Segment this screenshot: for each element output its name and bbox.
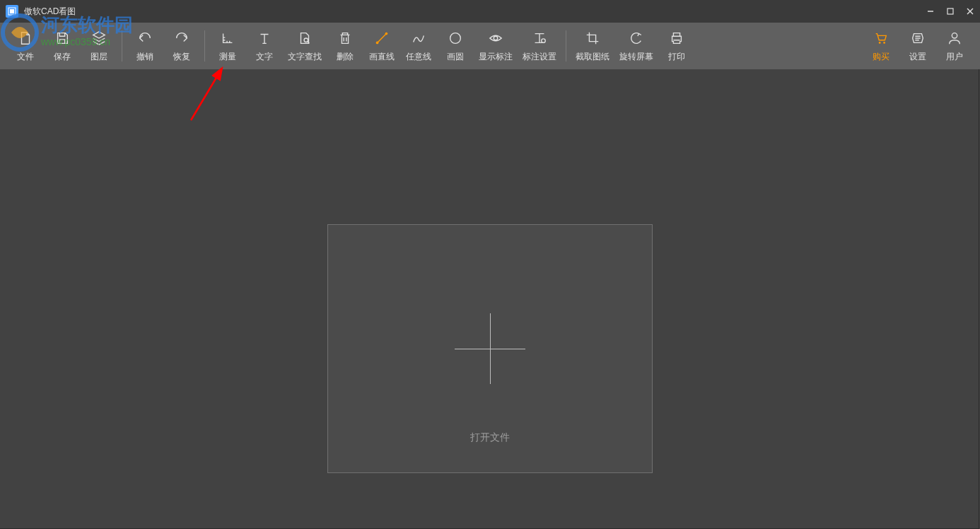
cart-icon [873, 30, 889, 47]
any-line-button[interactable]: 任意线 [400, 25, 437, 67]
delete-icon [337, 30, 354, 47]
window-controls [921, 0, 980, 23]
user-icon [946, 30, 963, 47]
rotate-screen-button[interactable]: 旋转屏幕 [614, 25, 658, 67]
crop-drawing-button[interactable]: 截取图纸 [571, 25, 614, 67]
titlebar: 傲软CAD看图 [0, 0, 980, 23]
settings-button[interactable]: 设置 [899, 25, 936, 67]
svg-point-10 [385, 32, 388, 35]
draw-line-icon [373, 30, 390, 47]
text-button[interactable]: 文字 [246, 25, 283, 67]
annotation-settings-button[interactable]: 标注设置 [518, 25, 561, 67]
open-file-label: 打开文件 [470, 431, 510, 444]
svg-point-13 [542, 38, 546, 42]
rotate-icon [628, 30, 645, 47]
minimize-button[interactable] [921, 0, 940, 23]
file-icon [17, 30, 34, 47]
show-annotation-icon [487, 30, 504, 47]
text-find-button[interactable]: 文字查找 [283, 25, 327, 67]
canvas-area: 打开文件 [0, 69, 979, 529]
svg-point-12 [494, 36, 498, 40]
draw-line-button[interactable]: 画直线 [363, 25, 400, 67]
open-file-dropzone[interactable]: 打开文件 [327, 224, 653, 473]
svg-rect-3 [947, 8, 953, 14]
toolbar-divider [566, 30, 566, 62]
buy-button[interactable]: 购买 [863, 25, 899, 67]
measure-button[interactable]: 测量 [209, 25, 246, 67]
redo-icon [173, 30, 190, 47]
toolbar-divider [204, 30, 205, 62]
svg-point-15 [883, 42, 885, 44]
file-button[interactable]: 文件 [7, 25, 44, 67]
svg-point-16 [952, 33, 957, 37]
print-button[interactable]: 打印 [658, 25, 695, 67]
svg-point-11 [450, 33, 461, 43]
text-icon [256, 30, 273, 47]
any-line-icon [410, 30, 427, 47]
text-find-icon [296, 30, 313, 47]
layer-icon [91, 30, 107, 47]
print-icon [668, 30, 685, 47]
user-button[interactable]: 用户 [936, 25, 973, 67]
app-title: 傲软CAD看图 [24, 6, 76, 18]
toolbar: 文件 保存 图层 撤销 恢复 [0, 23, 980, 69]
svg-rect-1 [10, 9, 14, 13]
save-icon [54, 30, 71, 47]
save-button[interactable]: 保存 [44, 25, 81, 67]
measure-icon [219, 30, 236, 47]
app-icon [6, 5, 18, 18]
settings-icon [909, 30, 926, 47]
crop-icon [584, 30, 601, 47]
toolbar-divider [122, 30, 122, 62]
maximize-button[interactable] [940, 0, 960, 23]
svg-point-14 [879, 42, 881, 44]
svg-line-8 [378, 33, 387, 42]
layer-button[interactable]: 图层 [81, 25, 117, 67]
circle-icon [447, 30, 464, 47]
plus-icon [455, 313, 525, 384]
annotation-settings-icon [531, 30, 548, 47]
draw-circle-button[interactable]: 画圆 [437, 25, 474, 67]
undo-button[interactable]: 撤销 [127, 25, 163, 67]
redo-button[interactable]: 恢复 [163, 25, 200, 67]
delete-button[interactable]: 删除 [327, 25, 363, 67]
undo-icon [136, 30, 153, 47]
show-annotation-button[interactable]: 显示标注 [474, 25, 518, 67]
svg-point-9 [376, 41, 379, 44]
close-button[interactable] [960, 0, 980, 23]
